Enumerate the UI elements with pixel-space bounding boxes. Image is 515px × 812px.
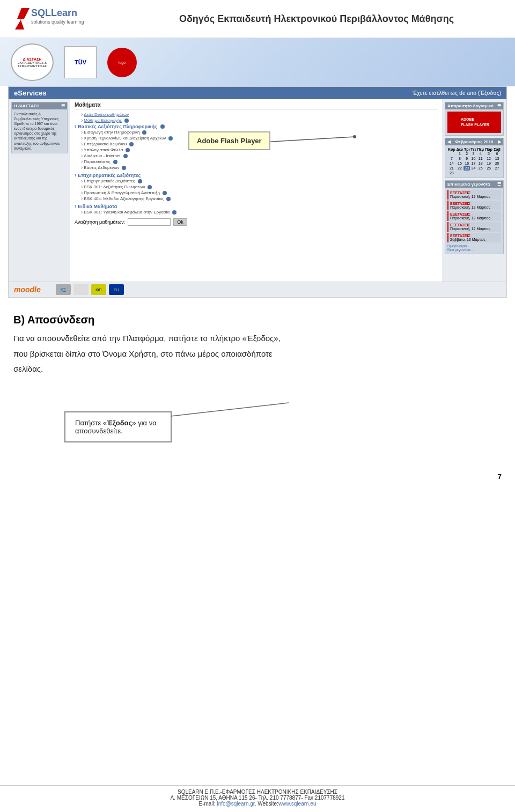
- upcoming-events-title: Επικείμενα γεγονότα ☰: [445, 181, 503, 188]
- footer-line2: Λ. ΜΕΣΟΓΕΙΩΝ 15, ΑΘΗΝΑ 115 26- Τηλ.:210 …: [0, 795, 515, 801]
- svg-line-8: [171, 403, 289, 416]
- footer-logos: 🇬🇷 KiΠ EU: [56, 284, 124, 295]
- section2: › Επιχειρηματικές Δεξιότητες › Επιχειρημ…: [75, 172, 438, 202]
- svg-text:ADOBE: ADOBE: [461, 117, 475, 121]
- footer-line3: E-mail: info@sqlearn.gr, Website:www.sql…: [0, 801, 515, 807]
- moodle-footer: moodle 🇬🇷 KiΠ EU: [9, 282, 506, 297]
- required-software-title: Απαραίτητο Λογισμικό ☰: [445, 102, 503, 109]
- page-header: SQLLearn solutions quality learning Οδηγ…: [0, 0, 515, 38]
- course-item[interactable]: › BSK 301: Δεξιότητες Πωλήσεων: [75, 184, 438, 190]
- event-item: ΕΞΕΤΑΣΕΙΣ Παρασκευή, 12 Μάρτιος: [447, 222, 501, 232]
- page-footer: SQLEARN Ε.Π.Ε.-ΕΦΑΡΜΟΓΕΣ ΗΛΕΚΤΡΟΝΙΚΗΣ ΕΚ…: [0, 785, 515, 807]
- logo-icon1: [73, 284, 89, 295]
- course-item[interactable]: › Παρουσιάσεις: [75, 159, 438, 165]
- screenshot-body: Η ΔΙΑΣΤAΣΗ ☰ Εκπαιδευτικές & Συμβουλευτι…: [9, 99, 506, 282]
- svg-text:SQLLearn: SQLLearn: [31, 8, 77, 18]
- sidebar-box: Η ΔΙΑΣΤAΣΗ ☰ Εκπαιδευτικές & Συμβουλευτι…: [11, 102, 68, 153]
- event-item: ΕΞΕΤΑΣΕΙΣ Σάββατο, 13 Μάρτιος: [447, 233, 501, 242]
- svg-line-3: [263, 137, 355, 142]
- upcoming-events-box: Επικείμενα γεγονότα ☰ ΕΞΕΤΑΣΕΙΣ Παρασκευ…: [445, 180, 504, 254]
- callout-arrow-svg: [171, 400, 305, 454]
- left-sidebar: Η ΔΙΑΣΤAΣΗ ☰ Εκπαιδευτικές & Συμβουλευτι…: [9, 99, 70, 282]
- callout-area: Πατήστε «Έξοδος» για να αποσυνδεθείτε.: [64, 400, 502, 454]
- course-item[interactable]: › BSK 404: Μέθοδοι Αξιολόγησης Εργασίας: [75, 196, 438, 202]
- svg-marker-0: [13, 8, 30, 29]
- logo-icon2: KiΠ: [91, 284, 106, 295]
- section-b-text3: σελίδας.: [13, 363, 502, 375]
- courses-title: Μαθήματα: [75, 102, 438, 109]
- flash-callout: Adobe Flash Player: [188, 131, 270, 150]
- footer-website-link[interactable]: www.sqlearn.eu: [278, 801, 317, 807]
- greek-flag-icon: 🇬🇷: [56, 284, 71, 295]
- moodle-screenshot: eServices Έχετε εισέλθει ως de ano (Έξοδ…: [8, 86, 507, 298]
- section3: › Ειδικά Μαθήματα › BSK 901: Υγιεινή και…: [75, 203, 438, 215]
- tuv-logo: TÜV: [64, 46, 97, 78]
- flash-arrow: [263, 134, 371, 150]
- right-sidebar: Απαραίτητο Λογισμικό ☰ ADOBE FLASH PLAYE…: [442, 99, 506, 282]
- sidebar-box-title: Η ΔΙΑΣΤAΣΗ ☰: [12, 102, 67, 109]
- required-software-box: Απαραίτητο Λογισμικό ☰ ADOBE FLASH PLAYE…: [445, 102, 504, 136]
- course-intro[interactable]: › Μάθημα Εισαγωγής: [75, 117, 438, 123]
- callout-box: Πατήστε «Έξοδος» για να αποσυνδεθείτε.: [64, 411, 172, 442]
- banner: ΔΙΑΣΤAΣΗ ΕΚΠΑΙΔΕΥΤΙΚΕΣ & ΣΥΜΒΟΥΛΕΥΤΙΚΕΣ …: [0, 38, 515, 86]
- section-b: Β) Αποσύνδεση Για να αποσυνδεθείτε από τ…: [0, 298, 515, 389]
- calendar-box: ◀ Φεβρουάριος 2010 ▶ Κυρ Δευ Τρι Τετ Πεμ…: [445, 138, 504, 178]
- demo-link[interactable]: › Δείτε Demo μαθημάτων: [75, 112, 438, 117]
- event-item: ΕΞΕΤΑΣΕΙΣ Παρασκευή, 12 Μάρτιος: [447, 201, 501, 210]
- flash-icon-svg: ADOBE FLASH PLAYER: [458, 114, 490, 130]
- section2-title: › Επιχειρηματικές Δεξιότητες: [75, 172, 438, 178]
- svg-rect-5: [458, 114, 490, 130]
- course-item[interactable]: › BSK 901: Υγιεινή και Ασφάλεια στην Εργ…: [75, 209, 438, 215]
- course-item[interactable]: › Βάσεις Δεδομένων: [75, 165, 438, 171]
- svg-text:solutions quality learning: solutions quality learning: [31, 19, 84, 25]
- login-text: Έχετε εισέλθει ως de ano (Έξοδος): [412, 90, 501, 96]
- page-number: 7: [0, 470, 515, 483]
- go-button[interactable]: Οk: [173, 218, 187, 226]
- section-b-text2: που βρίσκεται δίπλα στο Όνομα Χρήστη, στ…: [13, 348, 502, 360]
- event-item: ΕΞΕΤΑΣΕΙΣ Παρασκευή, 12 Μάρτιος: [447, 211, 501, 221]
- calendar-title: ◀ Φεβρουάριος 2010 ▶: [445, 138, 503, 145]
- footer-email-link[interactable]: info@sqlearn.gr: [217, 801, 254, 807]
- moodle-brand: moodle: [14, 285, 41, 294]
- sqlearn-logo: SQLLearn solutions quality learning: [11, 5, 86, 32]
- footer-line1: SQLEARN Ε.Π.Ε.-ΕΦΑΡΜΟΓΕΣ ΗΛΕΚΤΡΟΝΙΚΗΣ ΕΚ…: [0, 789, 515, 795]
- section-b-heading: Β) Αποσύνδεση: [13, 314, 502, 326]
- search-row: Αναζήτηση μαθημάτων: Οk: [75, 218, 438, 226]
- third-logo: logo: [107, 48, 137, 77]
- section1-title: › Βασικές Δεξιότητες Πληροφορικής: [75, 123, 438, 129]
- page-title: Οδηγός Εκπαιδευτή Ηλεκτρονικού Περιβάλλο…: [129, 13, 504, 25]
- course-item[interactable]: › Προσωπική & Επαγγελματική Ανάπτυξη: [75, 190, 438, 196]
- flash-icon-area: ADOBE FLASH PLAYER: [447, 112, 501, 133]
- search-input[interactable]: [128, 218, 171, 226]
- logo-area: SQLLearn solutions quality learning: [11, 5, 129, 32]
- eu-logo-icon: EU: [109, 284, 124, 295]
- more-events-link[interactable]: Ημερολόγιο...: [447, 244, 501, 248]
- course-item[interactable]: › Επιχειρηματικές Δεξιότητες: [75, 178, 438, 184]
- eservices-label: eServices: [14, 89, 47, 97]
- section3-title: › Ειδικά Μαθήματα: [75, 203, 438, 209]
- callout-bold: Έξοδος: [107, 419, 132, 427]
- calendar-table: Κυρ Δευ Τρι Τετ Πεμ Παρ Σαβ 1 2 3 4: [447, 147, 501, 175]
- new-events-link[interactable]: Νέα γεγονότα...: [447, 248, 501, 252]
- section-b-text1: Για να αποσυνδεθείτε από την Πλατφόρμα, …: [13, 333, 502, 345]
- event-item: ΕΞΕΤΑΣΕΙΣ Παρασκευή, 12 Μάρτιος: [447, 190, 501, 200]
- sidebar-text: Εκπαιδευτικές & Συμβουλευτικές Υπηρεσίες…: [14, 112, 65, 151]
- search-label: Αναζήτηση μαθημάτων:: [75, 219, 125, 225]
- center-content: Adobe Flash Player Μαθήματα › Δείτε Demo…: [70, 99, 442, 282]
- eservices-bar: eServices Έχετε εισέλθει ως de ano (Έξοδ…: [9, 87, 506, 99]
- course-item[interactable]: › Διαδίκτυο - Internet: [75, 153, 438, 159]
- svg-text:FLASH PLAYER: FLASH PLAYER: [461, 123, 489, 127]
- diastatsi-logo: ΔΙΑΣΤAΣΗ ΕΚΠΑΙΔΕΥΤΙΚΕΣ & ΣΥΜΒΟΥΛΕΥΤΙΚΕΣ: [11, 43, 54, 81]
- svg-point-4: [353, 135, 356, 138]
